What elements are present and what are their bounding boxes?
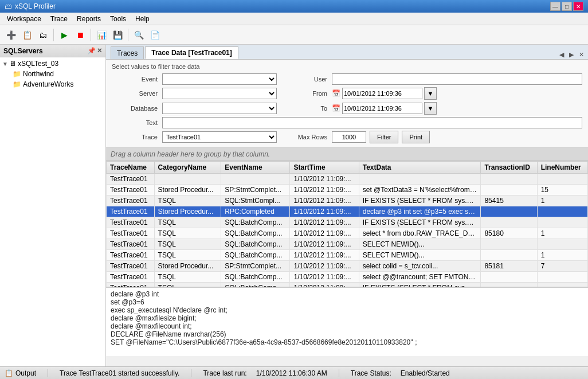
table-cell: [481, 217, 537, 228]
text-input[interactable]: [162, 117, 582, 128]
table-cell: TSQL: [154, 228, 221, 239]
server-label: Server: [112, 90, 158, 97]
col-header-starttime[interactable]: StartTime: [290, 162, 359, 174]
trace-select[interactable]: TestTrace01: [162, 131, 277, 143]
menu-reports[interactable]: Reports: [72, 14, 105, 24]
table-cell: Stored Procedur...: [154, 261, 221, 272]
open-button[interactable]: 🗂: [36, 28, 50, 42]
stop-button[interactable]: ⏹: [73, 28, 88, 42]
text-panel: declare @p3 intset @p3=6exec sp_executes…: [106, 287, 588, 356]
table-row[interactable]: TestTrace01TSQLSQL:BatchComp...1/10/2012…: [107, 283, 588, 288]
table-row[interactable]: TestTrace01Stored Procedur...SP:StmtComp…: [107, 185, 588, 196]
col-header-transactionid[interactable]: TransactionID: [481, 162, 537, 174]
user-input[interactable]: [332, 73, 582, 85]
from-date-picker-button[interactable]: ▼: [424, 87, 437, 100]
user-label: User: [281, 76, 327, 83]
new-trace-button[interactable]: 📋: [19, 28, 34, 42]
tab-close-button[interactable]: ✕: [577, 50, 586, 59]
add-button[interactable]: ➕: [3, 28, 18, 42]
database-label: Database: [112, 105, 158, 112]
table-cell: 15: [537, 185, 587, 196]
table-cell: [537, 206, 587, 217]
to-date-row: 📅 ▼: [332, 102, 582, 115]
database-select[interactable]: [162, 103, 277, 114]
table-cell: TestTrace01: [107, 283, 155, 288]
menu-trace[interactable]: Trace: [46, 14, 72, 24]
print-button[interactable]: Print: [402, 131, 430, 143]
menu-tools[interactable]: Tools: [105, 14, 131, 24]
table-cell: SELECT NEWID()...: [359, 239, 481, 250]
minimize-button[interactable]: —: [550, 2, 560, 11]
table-cell: SQL:BatchComp...: [221, 239, 290, 250]
grid-container[interactable]: TraceName CategoryName EventName StartTi…: [106, 161, 588, 287]
tree-item-northwind[interactable]: 📁 Northwind: [1, 69, 104, 79]
main-layout: SQLServers 📌 ✕ ▼ 🖥 xSQLTest_03 📁 Northwi…: [0, 45, 588, 366]
trace-status-value: Enabled/Started: [401, 369, 450, 377]
col-header-linenumber[interactable]: LineNumber: [537, 162, 587, 174]
filter-grid: Event User Server From 📅 ▼ Data: [112, 73, 582, 143]
tree-expand-server[interactable]: ▼: [2, 61, 8, 67]
table-row[interactable]: TestTrace01Stored Procedur...SP:StmtComp…: [107, 261, 588, 272]
table-row[interactable]: TestTrace01TSQLSQL:BatchComp...1/10/2012…: [107, 239, 588, 250]
table-cell: SP:StmtComplet...: [221, 185, 290, 196]
table-row[interactable]: TestTrace01TSQLSQL:BatchComp...1/10/2012…: [107, 228, 588, 239]
table-cell: RPC:Completed: [221, 206, 290, 217]
export-button[interactable]: 📄: [147, 28, 162, 42]
table-cell: 1/10/2012 11:09:...: [290, 283, 359, 288]
tab-traces[interactable]: Traces: [111, 46, 144, 59]
text-line: DECLARE @FileName nvarchar(256): [111, 330, 583, 338]
output-label[interactable]: Output: [15, 369, 36, 377]
table-cell: SQL:BatchComp...: [221, 250, 290, 261]
table-row[interactable]: TestTrace01TSQLSQL:BatchComp...1/10/2012…: [107, 217, 588, 228]
table-cell: SQL:BatchComp...: [221, 217, 290, 228]
toolbar-separator-2: [91, 29, 91, 41]
close-button[interactable]: ✕: [573, 2, 583, 11]
table-row[interactable]: TestTrace01TSQLSQL:BatchComp...1/10/2012…: [107, 272, 588, 283]
filter-button[interactable]: Filter: [370, 131, 398, 143]
report-button[interactable]: 📊: [94, 28, 109, 42]
sidebar-header: SQLServers 📌 ✕: [0, 45, 105, 57]
tab-nav-left-button[interactable]: ◀: [558, 50, 566, 59]
tree-item-server[interactable]: ▼ 🖥 xSQLTest_03: [1, 58, 104, 69]
toolbar: ➕ 📋 🗂 ▶ ⏹ 📊 💾 🔍 📄: [0, 25, 588, 45]
table-cell: 1: [537, 250, 587, 261]
tab-trace-data[interactable]: Trace Data [TestTrace01]: [145, 46, 238, 59]
to-date-picker-button[interactable]: ▼: [424, 102, 437, 115]
table-cell: SQL:BatchComp...: [221, 272, 290, 283]
maximize-button[interactable]: □: [562, 2, 572, 11]
table-cell: [221, 174, 290, 185]
menu-workspace[interactable]: Workspace: [2, 14, 46, 24]
from-date-input[interactable]: [342, 88, 422, 99]
col-header-eventname[interactable]: EventName: [221, 162, 290, 174]
table-cell: [537, 283, 587, 288]
sidebar-pin-button[interactable]: 📌: [88, 47, 96, 54]
table-cell: 1/10/2012 11:09:...: [290, 228, 359, 239]
group-bar-text: Drag a column header here to group by th…: [111, 150, 270, 158]
tab-nav-right-button[interactable]: ▶: [567, 50, 575, 59]
server-select[interactable]: [162, 88, 277, 99]
col-header-tracename[interactable]: TraceName: [107, 162, 155, 174]
table-row[interactable]: TestTrace01TSQLSQL:BatchComp...1/10/2012…: [107, 250, 588, 261]
status-bar: 📋 Output Trace TestTrace01 started succe…: [0, 366, 588, 379]
sidebar-close-button[interactable]: ✕: [97, 47, 102, 54]
col-header-textdata[interactable]: TextData: [359, 162, 481, 174]
group-bar: Drag a column header here to group by th…: [106, 147, 588, 161]
table-cell: TestTrace01: [107, 206, 155, 217]
maxrows-input[interactable]: [332, 131, 366, 143]
server-icon: 🖥: [9, 60, 16, 68]
event-select[interactable]: [162, 73, 277, 85]
table-row[interactable]: TestTrace01Stored Procedur...RPC:Complet…: [107, 206, 588, 217]
to-date-input[interactable]: [342, 103, 422, 114]
play-button[interactable]: ▶: [57, 28, 72, 42]
menu-help[interactable]: Help: [131, 14, 154, 24]
table-cell: SQL:BatchComp...: [221, 228, 290, 239]
table-cell: Stored Procedur...: [154, 185, 221, 196]
table-row[interactable]: TestTrace01TSQLSQL:StmtCompl...1/10/2012…: [107, 196, 588, 206]
from-date-row: 📅 ▼: [332, 87, 582, 100]
save-button[interactable]: 💾: [110, 28, 125, 42]
search-button[interactable]: 🔍: [131, 28, 146, 42]
table-cell: SQL:BatchComp...: [221, 283, 290, 288]
table-row[interactable]: TestTrace011/10/2012 11:09:...: [107, 174, 588, 185]
col-header-categoryname[interactable]: CategoryName: [154, 162, 221, 174]
tree-item-adventureworks[interactable]: 📁 AdventureWorks: [1, 79, 104, 89]
